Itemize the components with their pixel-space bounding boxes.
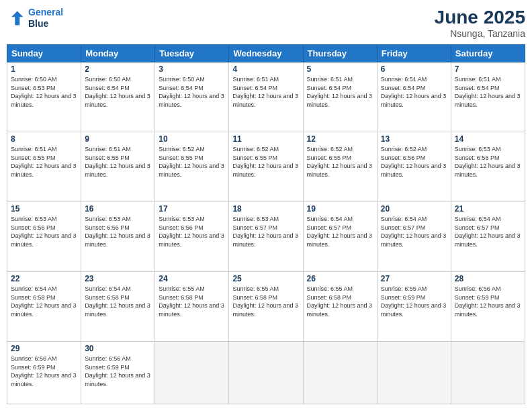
day-info: Sunrise: 6:55 AM Sunset: 6:58 PM Dayligh… (232, 285, 299, 318)
table-row: 15 Sunrise: 6:53 AM Sunset: 6:56 PM Dayl… (7, 201, 81, 271)
col-friday: Friday (377, 45, 451, 62)
day-info: Sunrise: 6:51 AM Sunset: 6:54 PM Dayligh… (232, 75, 299, 109)
table-row: 19 Sunrise: 6:54 AM Sunset: 6:57 PM Dayl… (303, 201, 377, 271)
day-info: Sunrise: 6:51 AM Sunset: 6:54 PM Dayligh… (307, 75, 373, 109)
logo: General Blue (7, 7, 63, 30)
table-row (377, 341, 451, 404)
day-number: 17 (159, 204, 225, 214)
day-info: Sunrise: 6:53 AM Sunset: 6:56 PM Dayligh… (85, 215, 151, 248)
title-block: June 2025 Nsunga, Tanzania (435, 7, 525, 39)
day-info: Sunrise: 6:52 AM Sunset: 6:55 PM Dayligh… (232, 145, 299, 179)
location: Nsunga, Tanzania (435, 28, 525, 39)
day-number: 28 (455, 274, 521, 283)
day-number: 10 (159, 134, 225, 144)
day-info: Sunrise: 6:55 AM Sunset: 6:58 PM Dayligh… (307, 285, 373, 318)
day-number: 5 (307, 64, 373, 74)
day-info: Sunrise: 6:53 AM Sunset: 6:56 PM Dayligh… (455, 145, 521, 179)
day-info: Sunrise: 6:52 AM Sunset: 6:55 PM Dayligh… (307, 145, 373, 179)
page: General Blue June 2025 Nsunga, Tanzania … (0, 0, 532, 411)
day-info: Sunrise: 6:54 AM Sunset: 6:58 PM Dayligh… (11, 285, 77, 318)
day-info: Sunrise: 6:50 AM Sunset: 6:53 PM Dayligh… (11, 75, 77, 109)
day-info: Sunrise: 6:50 AM Sunset: 6:54 PM Dayligh… (159, 75, 225, 109)
day-info: Sunrise: 6:53 AM Sunset: 6:56 PM Dayligh… (159, 215, 225, 248)
day-info: Sunrise: 6:51 AM Sunset: 6:54 PM Dayligh… (381, 75, 447, 109)
day-number: 26 (307, 274, 373, 283)
table-row: 21 Sunrise: 6:54 AM Sunset: 6:57 PM Dayl… (451, 201, 525, 271)
day-info: Sunrise: 6:50 AM Sunset: 6:54 PM Dayligh… (85, 75, 151, 109)
table-row: 14 Sunrise: 6:53 AM Sunset: 6:56 PM Dayl… (451, 132, 525, 201)
col-thursday: Thursday (303, 45, 377, 62)
col-monday: Monday (81, 45, 155, 62)
table-row: 11 Sunrise: 6:52 AM Sunset: 6:55 PM Dayl… (229, 132, 303, 201)
calendar-table: Sunday Monday Tuesday Wednesday Thursday… (7, 44, 525, 404)
table-row: 10 Sunrise: 6:52 AM Sunset: 6:55 PM Dayl… (155, 132, 229, 201)
col-saturday: Saturday (451, 45, 525, 62)
col-tuesday: Tuesday (155, 45, 229, 62)
day-number: 21 (455, 204, 521, 214)
table-row: 2 Sunrise: 6:50 AM Sunset: 6:54 PM Dayli… (81, 62, 155, 132)
table-row: 23 Sunrise: 6:54 AM Sunset: 6:58 PM Dayl… (81, 271, 155, 341)
table-row: 8 Sunrise: 6:51 AM Sunset: 6:55 PM Dayli… (7, 132, 81, 201)
month-title: June 2025 (435, 7, 525, 28)
table-row: 24 Sunrise: 6:55 AM Sunset: 6:58 PM Dayl… (155, 271, 229, 341)
day-info: Sunrise: 6:56 AM Sunset: 6:59 PM Dayligh… (85, 355, 151, 388)
table-row: 22 Sunrise: 6:54 AM Sunset: 6:58 PM Dayl… (7, 271, 81, 341)
day-number: 20 (381, 204, 447, 214)
day-info: Sunrise: 6:52 AM Sunset: 6:56 PM Dayligh… (381, 145, 447, 179)
table-row: 25 Sunrise: 6:55 AM Sunset: 6:58 PM Dayl… (229, 271, 303, 341)
day-info: Sunrise: 6:51 AM Sunset: 6:54 PM Dayligh… (455, 75, 521, 109)
table-row: 26 Sunrise: 6:55 AM Sunset: 6:58 PM Dayl… (303, 271, 377, 341)
day-number: 8 (11, 134, 77, 144)
day-number: 30 (85, 344, 151, 353)
day-info: Sunrise: 6:53 AM Sunset: 6:56 PM Dayligh… (11, 215, 77, 248)
table-row: 12 Sunrise: 6:52 AM Sunset: 6:55 PM Dayl… (303, 132, 377, 201)
table-row: 6 Sunrise: 6:51 AM Sunset: 6:54 PM Dayli… (377, 62, 451, 132)
day-info: Sunrise: 6:56 AM Sunset: 6:59 PM Dayligh… (455, 285, 521, 318)
day-number: 7 (455, 64, 521, 74)
day-number: 22 (11, 274, 77, 283)
table-row: 5 Sunrise: 6:51 AM Sunset: 6:54 PM Dayli… (303, 62, 377, 132)
logo-general: General (28, 7, 63, 17)
table-row: 4 Sunrise: 6:51 AM Sunset: 6:54 PM Dayli… (229, 62, 303, 132)
table-row: 29 Sunrise: 6:56 AM Sunset: 6:59 PM Dayl… (7, 341, 81, 404)
day-number: 24 (159, 274, 225, 283)
col-wednesday: Wednesday (229, 45, 303, 62)
day-number: 25 (232, 274, 299, 283)
day-number: 18 (232, 204, 299, 214)
logo-text: General Blue (28, 7, 63, 30)
header: General Blue June 2025 Nsunga, Tanzania (7, 7, 525, 39)
table-row: 28 Sunrise: 6:56 AM Sunset: 6:59 PM Dayl… (451, 271, 525, 341)
day-info: Sunrise: 6:56 AM Sunset: 6:59 PM Dayligh… (11, 355, 77, 388)
day-info: Sunrise: 6:54 AM Sunset: 6:58 PM Dayligh… (85, 285, 151, 318)
table-row (155, 341, 229, 404)
table-row (303, 341, 377, 404)
table-row: 30 Sunrise: 6:56 AM Sunset: 6:59 PM Dayl… (81, 341, 155, 404)
table-row: 3 Sunrise: 6:50 AM Sunset: 6:54 PM Dayli… (155, 62, 229, 132)
day-info: Sunrise: 6:54 AM Sunset: 6:57 PM Dayligh… (307, 215, 373, 248)
day-info: Sunrise: 6:55 AM Sunset: 6:58 PM Dayligh… (159, 285, 225, 318)
day-number: 6 (381, 64, 447, 74)
table-row: 18 Sunrise: 6:53 AM Sunset: 6:57 PM Dayl… (229, 201, 303, 271)
logo-blue: Blue (28, 18, 63, 30)
day-number: 2 (85, 64, 151, 74)
table-row: 9 Sunrise: 6:51 AM Sunset: 6:55 PM Dayli… (81, 132, 155, 201)
table-row: 16 Sunrise: 6:53 AM Sunset: 6:56 PM Dayl… (81, 201, 155, 271)
table-row: 17 Sunrise: 6:53 AM Sunset: 6:56 PM Dayl… (155, 201, 229, 271)
day-info: Sunrise: 6:52 AM Sunset: 6:55 PM Dayligh… (159, 145, 225, 179)
table-row (229, 341, 303, 404)
table-row: 1 Sunrise: 6:50 AM Sunset: 6:53 PM Dayli… (7, 62, 81, 132)
day-info: Sunrise: 6:54 AM Sunset: 6:57 PM Dayligh… (455, 215, 521, 248)
table-row: 27 Sunrise: 6:55 AM Sunset: 6:59 PM Dayl… (377, 271, 451, 341)
day-number: 1 (11, 64, 77, 74)
day-number: 13 (381, 134, 447, 144)
calendar-header-row: Sunday Monday Tuesday Wednesday Thursday… (7, 45, 525, 62)
day-info: Sunrise: 6:53 AM Sunset: 6:57 PM Dayligh… (232, 215, 299, 248)
day-number: 29 (11, 344, 77, 353)
day-info: Sunrise: 6:51 AM Sunset: 6:55 PM Dayligh… (11, 145, 77, 179)
day-number: 14 (455, 134, 521, 144)
table-row (451, 341, 525, 404)
logo-icon (7, 9, 26, 28)
day-number: 15 (11, 204, 77, 214)
day-info: Sunrise: 6:54 AM Sunset: 6:57 PM Dayligh… (381, 215, 447, 248)
day-number: 12 (307, 134, 373, 144)
